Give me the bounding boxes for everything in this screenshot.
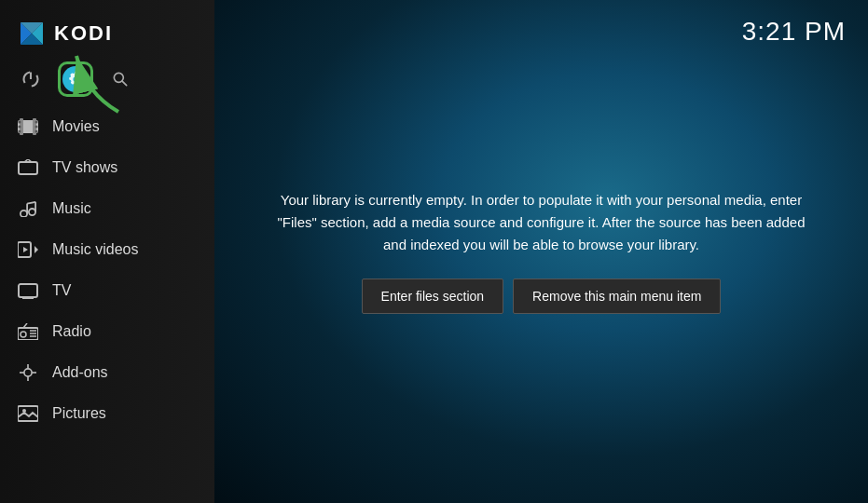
- movies-label: Movies: [52, 118, 100, 135]
- svg-marker-27: [34, 246, 38, 253]
- app-title: KODI: [54, 21, 113, 46]
- kodi-icon: [17, 19, 47, 48]
- svg-point-38: [24, 369, 32, 376]
- svg-point-7: [73, 76, 77, 81]
- svg-rect-19: [19, 162, 37, 174]
- addons-icon: [17, 361, 39, 384]
- musicvideos-label: Music videos: [52, 241, 138, 258]
- top-icons-row: [0, 56, 214, 106]
- sidebar-item-radio[interactable]: Radio: [0, 311, 214, 352]
- kodi-logo: KODI: [0, 9, 214, 56]
- power-icon: [21, 70, 40, 88]
- svg-marker-29: [23, 247, 28, 252]
- radio-icon: [17, 320, 39, 343]
- sidebar-item-music[interactable]: Music: [0, 188, 214, 229]
- svg-point-22: [29, 209, 35, 215]
- gear-icon: [67, 71, 84, 88]
- pictures-icon: [17, 402, 39, 425]
- enter-files-button[interactable]: Enter files section: [362, 279, 504, 314]
- tv-icon: [17, 279, 39, 302]
- tvshows-icon: [17, 156, 39, 179]
- addons-label: Add-ons: [52, 364, 108, 381]
- svg-line-9: [122, 81, 127, 86]
- settings-button[interactable]: [58, 61, 93, 97]
- action-buttons: Enter files section Remove this main men…: [362, 279, 722, 314]
- svg-rect-32: [22, 298, 34, 299]
- svg-point-13: [19, 121, 21, 124]
- library-empty-message: Your library is currently empty. In orde…: [243, 189, 840, 256]
- search-icon: [111, 70, 130, 88]
- power-button[interactable]: [13, 61, 48, 97]
- music-icon: [17, 197, 39, 220]
- sidebar-item-addons[interactable]: Add-ons: [0, 352, 214, 393]
- sidebar-item-movies[interactable]: Movies: [0, 106, 214, 147]
- pictures-label: Pictures: [52, 405, 106, 422]
- tv-label: TV: [52, 282, 71, 299]
- musicvideos-icon: [17, 238, 39, 261]
- settings-gear-icon: [62, 66, 89, 92]
- svg-rect-30: [19, 284, 37, 297]
- remove-menu-item-button[interactable]: Remove this main menu item: [513, 279, 721, 314]
- svg-point-14: [19, 126, 21, 129]
- tvshows-label: TV shows: [52, 159, 117, 176]
- sidebar-item-musicvideos[interactable]: Music videos: [0, 229, 214, 270]
- sidebar: KODI: [0, 0, 214, 503]
- svg-point-17: [35, 126, 38, 129]
- svg-point-18: [35, 130, 38, 133]
- movies-icon: [17, 116, 39, 138]
- svg-point-15: [19, 130, 21, 133]
- svg-point-34: [21, 332, 26, 337]
- search-button[interactable]: [103, 61, 138, 97]
- sidebar-item-tvshows[interactable]: TV shows: [0, 147, 214, 188]
- sidebar-item-tv[interactable]: TV: [0, 270, 214, 311]
- music-label: Music: [52, 200, 91, 217]
- sidebar-item-pictures[interactable]: Pictures: [0, 393, 214, 434]
- svg-point-21: [21, 211, 27, 217]
- svg-line-24: [27, 202, 35, 204]
- radio-label: Radio: [52, 323, 91, 340]
- clock-display: 3:21 PM: [742, 17, 846, 47]
- svg-point-16: [35, 121, 38, 124]
- main-content: Your library is currently empty. In orde…: [214, 0, 868, 503]
